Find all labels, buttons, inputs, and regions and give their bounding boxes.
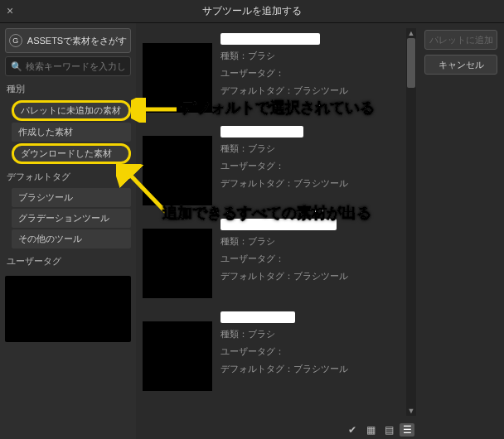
defaulttag-label: デフォルトタグ： [220,271,293,281]
type-item-label: ダウンロードした素材 [21,148,112,158]
scroll-track[interactable] [406,38,416,406]
titlebar: × サブツールを追加する [0,0,504,23]
list-item[interactable]: 種類：ブラシ ユーザータグ： デフォルトタグ：ブラシツール [141,28,405,116]
action-panel: パレットに追加 キャンセル [418,23,504,439]
type-value: ブラシ [248,51,275,60]
type-tree: パレットに未追加の素材 作成した素材 ダウンロードした素材 [5,100,131,164]
scroll-thumb[interactable] [407,38,415,88]
type-label: 種類： [220,51,248,60]
tag-item-label: グラデーションツール [18,213,109,223]
usertag-label: ユーザータグ： [220,253,284,263]
view-mode-bar: ✔ ▦ ▤ ☰ [345,422,414,437]
material-list-panel: 種類：ブラシ ユーザータグ： デフォルトタグ：ブラシツール 種類：ブラシ ユーザ… [136,23,418,439]
usertag-label: ユーザータグ： [220,161,284,171]
section-default-tag-header: デフォルトタグ [5,167,131,185]
usertag-label: ユーザータグ： [220,346,284,356]
list-item[interactable]: 種類：ブラシ ユーザータグ： デフォルトタグ：ブラシツール [141,214,405,302]
scroll-up-icon[interactable]: ▲ [407,28,415,38]
scrollbar[interactable]: ▲ ▼ [406,28,416,416]
type-item-downloaded[interactable]: ダウンロードした素材 [12,143,131,164]
user-tag-box [5,276,131,342]
material-info: 種類：ブラシ ユーザータグ： デフォルトタグ：ブラシツール [220,310,403,391]
tag-item-brush[interactable]: ブラシツール [12,188,131,207]
sidebar: G ASSETSで素材をさがす 🔍 種別 パレットに未追加の素材 作成した素材 … [0,23,136,439]
usertag-label: ユーザータグ： [220,68,284,78]
close-icon[interactable]: × [7,5,18,17]
material-thumbnail [143,321,212,391]
defaulttag-value: ブラシツール [293,178,348,188]
section-type-header: 種別 [5,80,131,97]
search-field[interactable]: 🔍 [5,56,131,76]
add-to-palette-button[interactable]: パレットに追加 [424,30,497,50]
material-thumbnail [143,229,212,298]
defaulttag-value: ブラシツール [293,271,348,281]
type-value: ブラシ [248,143,275,153]
assets-logo-icon: G [9,34,22,47]
type-item-label: パレットに未追加の素材 [21,105,121,115]
material-info: 種類：ブラシ ユーザータグ： デフォルトタグ：ブラシツール [220,217,403,298]
type-item-unadded[interactable]: パレットに未追加の素材 [12,100,131,121]
defaulttag-label: デフォルトタグ： [220,85,293,95]
type-value: ブラシ [248,329,275,339]
type-value: ブラシ [248,236,275,246]
defaulttag-value: ブラシツール [293,85,348,95]
scroll-down-icon[interactable]: ▼ [407,406,415,416]
material-list: 種類：ブラシ ユーザータグ： デフォルトタグ：ブラシツール 種類：ブラシ ユーザ… [141,28,416,394]
material-thumbnail [143,43,212,113]
material-name [220,311,295,323]
tag-item-gradation[interactable]: グラデーションツール [12,209,131,228]
material-name [220,219,337,230]
type-item-label: 作成した素材 [18,127,73,137]
material-info: 種類：ブラシ ユーザータグ： デフォルトタグ：ブラシツール [220,31,403,113]
defaulttag-label: デフォルトタグ： [220,364,293,374]
list-item[interactable]: 種類：ブラシ ユーザータグ： デフォルトタグ：ブラシツール [141,121,405,209]
search-icon: 🔍 [11,61,22,72]
tag-item-other[interactable]: その他のツール [12,229,131,248]
type-label: 種類： [220,143,248,153]
material-info: 種類：ブラシ ユーザータグ： デフォルトタグ：ブラシツール [220,124,403,205]
cancel-button[interactable]: キャンセル [424,55,497,75]
view-grid-large-icon[interactable]: ▤ [381,423,396,437]
material-name [220,33,320,45]
view-list-icon[interactable]: ☰ [400,423,414,437]
tag-item-label: ブラシツール [18,192,73,202]
material-name [220,126,303,137]
type-label: 種類： [220,329,248,339]
dialog-title: サブツールを追加する [202,4,302,18]
view-grid-small-icon[interactable]: ▦ [363,423,378,437]
assets-button-label: ASSETSで素材をさがす [27,35,127,47]
view-check-icon[interactable]: ✔ [345,423,360,437]
section-user-tag-header: ユーザータグ [5,252,131,269]
material-thumbnail [143,136,212,205]
search-input[interactable] [26,61,125,71]
list-item[interactable]: 種類：ブラシ ユーザータグ： デフォルトタグ：ブラシツール [141,306,405,394]
type-item-created[interactable]: 作成した素材 [12,123,131,142]
assets-search-button[interactable]: G ASSETSで素材をさがす [5,28,131,53]
type-label: 種類： [220,236,248,246]
default-tag-tree: ブラシツール グラデーションツール その他のツール [5,188,131,248]
tag-item-label: その他のツール [18,234,82,244]
defaulttag-label: デフォルトタグ： [220,178,293,188]
defaulttag-value: ブラシツール [293,364,348,374]
